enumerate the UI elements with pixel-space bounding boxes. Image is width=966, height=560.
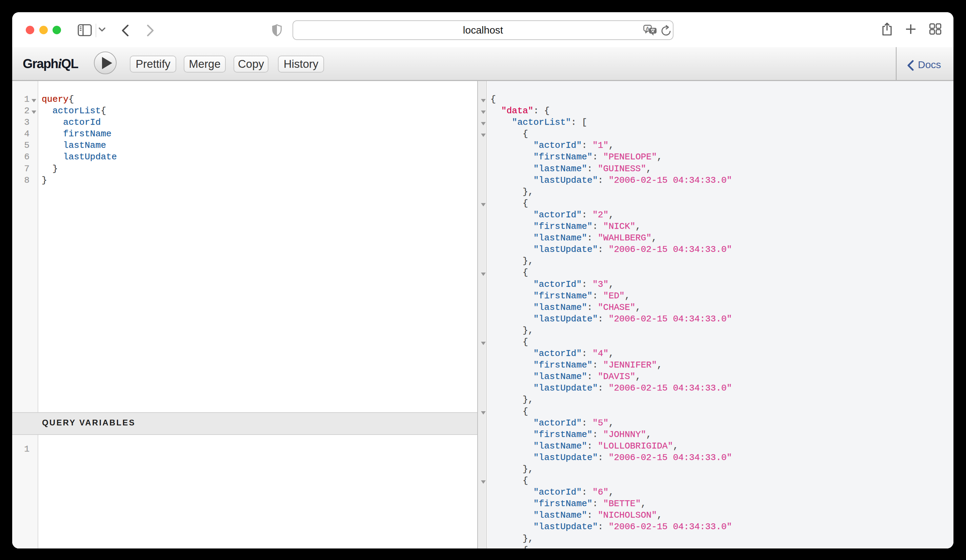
svg-text:A: A bbox=[646, 25, 649, 31]
